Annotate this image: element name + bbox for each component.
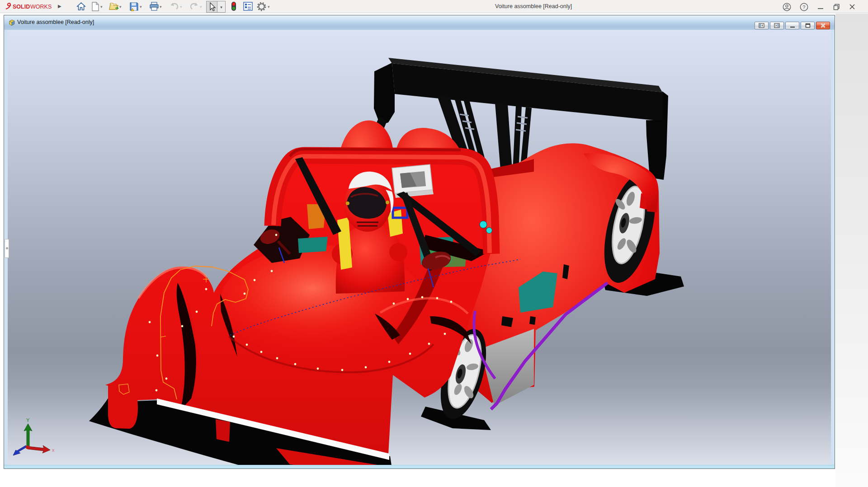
app-title-bar: SOLID WORKS ▶ ▾ ▾ ▾ (0, 0, 868, 13)
settings-dropdown[interactable]: ▾ (268, 5, 271, 9)
help-icon: ? (800, 3, 808, 11)
restore-doc-button[interactable] (801, 22, 815, 29)
select-tool-button[interactable] (206, 1, 217, 13)
undo-button[interactable] (169, 1, 179, 12)
graphics-viewport[interactable]: Y x *Dimetric (8, 30, 832, 466)
harness-strap (387, 210, 403, 237)
ds-mark (6, 3, 11, 9)
svg-text:SOLID: SOLID (13, 4, 30, 10)
print-icon (149, 2, 159, 11)
redo-icon (189, 2, 199, 10)
restore-button[interactable] (830, 2, 842, 12)
svg-text:x: x (52, 447, 55, 453)
open-button[interactable] (108, 1, 119, 12)
collapse-right-pane-button[interactable] (770, 22, 784, 29)
undo-icon (169, 2, 179, 10)
close-icon (849, 4, 855, 10)
traffic-light-icon (231, 1, 237, 11)
undo-dropdown[interactable]: ▾ (180, 5, 184, 9)
options-list-button[interactable] (242, 1, 253, 12)
rearview-mirror-box[interactable] (392, 164, 434, 198)
document-window: Voiture assomblee [Read-only] (4, 15, 835, 469)
app-title: Voiture assomblee [Read-only] (495, 3, 572, 9)
new-document-button[interactable] (90, 1, 101, 12)
save-button[interactable] (128, 1, 139, 12)
collapse-left-pane-button[interactable] (755, 22, 769, 29)
orientation-triad: Y x (13, 417, 55, 455)
gear-icon (257, 2, 266, 11)
redo-button[interactable] (189, 1, 200, 12)
select-tool-dropdown[interactable]: ▾ (217, 1, 226, 13)
minimize-icon (817, 4, 824, 10)
select-arrow-icon (207, 1, 217, 12)
window-frame (4, 465, 835, 468)
restore-icon (833, 4, 840, 10)
settings-button[interactable] (256, 1, 267, 12)
rebuild-button[interactable] (228, 1, 239, 12)
new-document-icon (91, 2, 99, 11)
home-icon (76, 2, 86, 11)
print-button[interactable] (149, 1, 160, 12)
minimize-button[interactable] (815, 2, 826, 12)
redo-dropdown[interactable]: ▾ (200, 5, 203, 9)
svg-text:?: ? (802, 4, 805, 9)
home-button[interactable] (75, 1, 86, 12)
save-icon (129, 2, 139, 11)
svg-text:WORKS: WORKS (30, 4, 52, 10)
featuremanager-collapse-tab[interactable] (5, 239, 9, 258)
help-button[interactable]: ? (798, 2, 810, 12)
new-document-dropdown[interactable]: ▾ (100, 5, 104, 9)
close-doc-button[interactable] (816, 22, 830, 29)
car-assembly-model[interactable]: Y x (8, 30, 832, 466)
account-button[interactable] (781, 2, 793, 12)
document-title: Voiture assomblee [Read-only] (17, 19, 94, 25)
cockpit-teal-panel (298, 237, 328, 253)
document-title-bar[interactable]: Voiture assomblee [Read-only] (4, 15, 835, 30)
open-icon (109, 2, 119, 11)
open-dropdown[interactable]: ▾ (119, 5, 123, 9)
flyout-arrow-icon[interactable]: ▶ (58, 4, 61, 9)
assembly-document-icon (8, 19, 16, 28)
mdi-background (835, 14, 868, 487)
save-dropdown[interactable]: ▾ (140, 5, 143, 9)
user-account-icon (783, 3, 791, 11)
close-app-button[interactable] (846, 2, 858, 12)
print-dropdown[interactable]: ▾ (160, 5, 163, 9)
options-list-icon (243, 2, 253, 11)
minimize-doc-button[interactable] (785, 22, 799, 29)
svg-text:Y: Y (26, 417, 30, 423)
solidworks-logo: SOLID WORKS (5, 2, 59, 14)
window-frame (831, 30, 835, 466)
